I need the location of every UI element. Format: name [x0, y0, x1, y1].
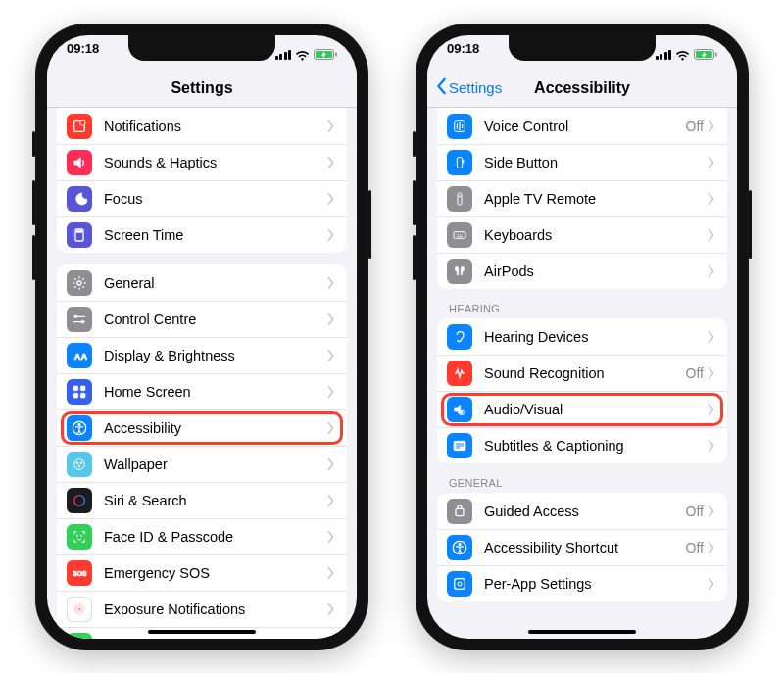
row-per-app-settings[interactable]: Per-App Settings: [437, 565, 727, 601]
faceid-passcode-icon: [67, 524, 92, 550]
row-sound-recognition[interactable]: Sound RecognitionOff: [437, 355, 727, 391]
row-label: General: [104, 275, 327, 291]
row-audio-visual[interactable]: Audio/Visual: [437, 391, 727, 427]
svg-rect-2: [335, 53, 337, 57]
svg-point-23: [80, 535, 81, 536]
row-label: Audio/Visual: [484, 402, 708, 417]
back-button[interactable]: Settings: [435, 77, 502, 98]
hearing-devices-icon: [447, 324, 472, 350]
svg-point-19: [80, 462, 82, 464]
row-side-button[interactable]: Side Button: [437, 144, 727, 180]
svg-rect-36: [458, 193, 462, 205]
phone-right: 09:18 Settings Accessibility Voice Contr…: [416, 24, 749, 650]
back-label: Settings: [449, 79, 502, 96]
svg-rect-38: [454, 232, 466, 239]
section-header-hearing: HEARING: [449, 303, 715, 314]
page-title: Accessibility: [534, 79, 630, 97]
settings-list[interactable]: NotificationsSounds & HapticsFocusScreen…: [47, 108, 357, 639]
chevron-right-icon: [708, 440, 715, 452]
svg-text:AA: AA: [74, 352, 87, 361]
row-label: Sounds & Haptics: [104, 155, 327, 170]
row-label: Screen Time: [104, 227, 327, 243]
general-icon: [67, 270, 92, 296]
row-label: Per-App Settings: [484, 576, 708, 592]
row-airpods[interactable]: AirPods: [437, 253, 727, 289]
chevron-right-icon: [708, 367, 715, 379]
row-label: Emergency SOS: [104, 565, 327, 581]
row-accessibility[interactable]: Accessibility: [57, 409, 347, 446]
home-screen-icon: [67, 379, 92, 405]
row-value: Off: [686, 504, 704, 519]
row-general[interactable]: General: [57, 264, 347, 301]
focus-icon: [67, 186, 92, 212]
row-apple-tv-remote[interactable]: Apple TV Remote: [437, 180, 727, 216]
chevron-right-icon: [327, 350, 335, 361]
svg-point-46: [458, 582, 462, 586]
row-hearing-devices[interactable]: Hearing Devices: [437, 318, 727, 355]
row-emergency-sos[interactable]: SOSEmergency SOS: [57, 554, 347, 591]
row-focus[interactable]: Focus: [57, 180, 347, 216]
row-control-centre[interactable]: Control Centre: [57, 301, 347, 337]
row-faceid-passcode[interactable]: Face ID & Passcode: [57, 518, 347, 554]
row-sounds-haptics[interactable]: Sounds & Haptics: [57, 144, 347, 180]
svg-point-20: [78, 465, 80, 467]
row-value: Off: [686, 365, 704, 381]
cellular-icon: [656, 50, 672, 60]
svg-point-22: [76, 535, 77, 536]
chevron-right-icon: [327, 229, 335, 241]
phone-left: 09:18 Settings NotificationsSounds & Hap…: [35, 24, 368, 650]
chevron-right-icon: [708, 542, 715, 553]
wifi-icon: [295, 50, 310, 61]
row-exposure-notifications[interactable]: Exposure Notifications: [57, 591, 347, 627]
row-screen-time[interactable]: Screen Time: [57, 216, 347, 253]
svg-point-9: [81, 320, 84, 323]
home-indicator[interactable]: [528, 630, 636, 634]
chevron-right-icon: [327, 120, 335, 132]
row-label: Subtitles & Captioning: [484, 438, 708, 454]
home-indicator[interactable]: [148, 630, 256, 634]
svg-point-8: [74, 315, 77, 318]
accessibility-shortcut-icon: [447, 535, 472, 560]
row-label: Voice Control: [484, 119, 686, 134]
svg-point-16: [78, 423, 81, 426]
chevron-right-icon: [708, 229, 715, 241]
row-label: Keyboards: [484, 227, 708, 243]
side-button-icon: [447, 150, 472, 175]
row-accessibility-shortcut[interactable]: Accessibility ShortcutOff: [437, 529, 727, 565]
accessibility-list[interactable]: Voice ControlOffSide ButtonApple TV Remo…: [427, 108, 737, 639]
row-label: Side Button: [484, 155, 708, 170]
row-guided-access[interactable]: Guided AccessOff: [437, 493, 727, 529]
row-subtitles-captioning[interactable]: Subtitles & Captioning: [437, 427, 727, 463]
chevron-right-icon: [708, 157, 715, 168]
svg-rect-13: [74, 393, 78, 398]
battery-icon: [314, 49, 337, 61]
chevron-right-icon: [327, 157, 335, 168]
battery-icon: [67, 633, 92, 639]
page-title: Settings: [171, 79, 232, 97]
airpods-icon: [447, 259, 472, 284]
chevron-right-icon: [708, 193, 715, 205]
screen-time-icon: [67, 222, 92, 248]
chevron-right-icon: [327, 603, 335, 615]
voice-control-icon: [447, 114, 472, 139]
control-centre-icon: [67, 307, 92, 332]
svg-rect-11: [74, 386, 78, 391]
notifications-icon: [67, 114, 92, 139]
exposure-notifications-icon: [67, 597, 92, 622]
row-keyboards[interactable]: Keyboards: [437, 216, 727, 253]
row-voice-control[interactable]: Voice ControlOff: [437, 108, 727, 144]
row-display-brightness[interactable]: AADisplay & Brightness: [57, 337, 347, 373]
row-siri-search[interactable]: Siri & Search: [57, 482, 347, 518]
row-label: AirPods: [484, 264, 708, 279]
row-label: Face ID & Passcode: [104, 529, 327, 545]
row-label: Accessibility Shortcut: [484, 540, 686, 555]
row-wallpaper[interactable]: Wallpaper: [57, 446, 347, 482]
svg-point-17: [74, 459, 85, 470]
row-notifications[interactable]: Notifications: [57, 108, 347, 144]
row-home-screen[interactable]: Home Screen: [57, 373, 347, 409]
chevron-left-icon: [435, 77, 449, 98]
svg-rect-14: [80, 393, 85, 398]
wallpaper-icon: [67, 452, 92, 477]
sound-recognition-icon: [447, 361, 472, 386]
chevron-right-icon: [327, 277, 335, 289]
